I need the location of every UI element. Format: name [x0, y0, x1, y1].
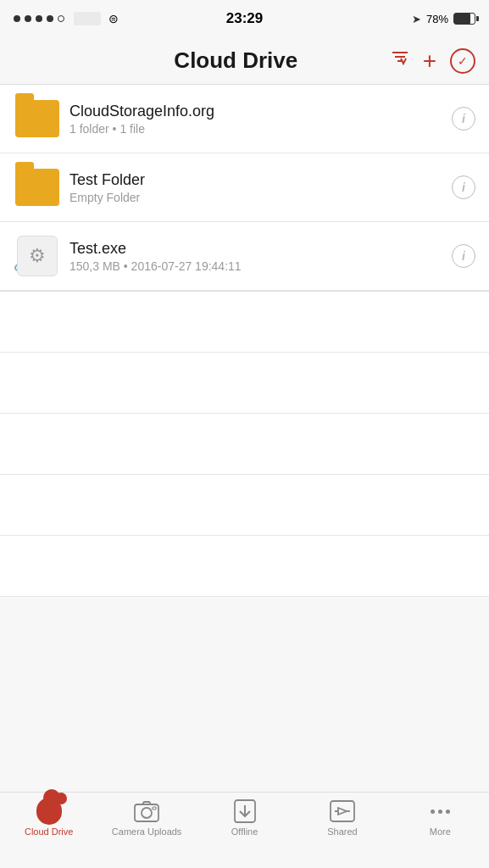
- tab-label-cloud-drive: Cloud Drive: [25, 826, 73, 837]
- sort-button[interactable]: [391, 49, 409, 72]
- dot-3: [446, 810, 450, 814]
- dot-1: [431, 810, 435, 814]
- carrier-label: [74, 12, 101, 25]
- list-item[interactable]: CloudStorageInfo.org 1 folder • 1 file i: [0, 85, 489, 153]
- empty-rows: [0, 292, 489, 597]
- empty-row: [0, 353, 489, 414]
- status-bar: ⊜ 23:29 ➤ 78%: [0, 0, 489, 37]
- file-name: Test Folder: [69, 171, 443, 189]
- folder-icon-wrap: [14, 95, 61, 142]
- tab-shared[interactable]: Shared: [293, 799, 391, 837]
- file-name: Test.exe: [69, 240, 443, 258]
- empty-row: [0, 536, 489, 597]
- header: Cloud Drive + ✓: [0, 37, 489, 85]
- file-meta: 1 folder • 1 file: [69, 122, 443, 136]
- list-item[interactable]: Test Folder Empty Folder i: [0, 153, 489, 222]
- folder-icon: [15, 100, 59, 137]
- info-button[interactable]: i: [452, 244, 475, 268]
- folder-icon-wrap: [14, 164, 61, 211]
- info-button[interactable]: i: [452, 175, 475, 199]
- tab-label-offline: Offline: [231, 826, 258, 837]
- status-left: ⊜: [14, 12, 119, 25]
- exe-thumbnail: ⚙: [17, 236, 58, 276]
- empty-row: [0, 292, 489, 353]
- battery-percent: 78%: [426, 13, 448, 25]
- battery-icon: [453, 13, 475, 25]
- signal-dot-3: [36, 15, 42, 22]
- cloud-drive-icon: [36, 799, 62, 823]
- tab-more[interactable]: More: [392, 799, 489, 837]
- gear-icon: ⚙: [29, 245, 46, 267]
- cloud-icon: [36, 798, 62, 825]
- page-title: Cloud Drive: [81, 47, 391, 74]
- select-all-button[interactable]: ✓: [450, 48, 475, 74]
- empty-row: [0, 414, 489, 475]
- dot-2: [438, 810, 442, 814]
- signal-dot-5: [58, 15, 64, 22]
- tab-bar: Cloud Drive Camera Uploads Offline: [0, 792, 489, 868]
- tab-label-more: More: [430, 826, 451, 837]
- location-icon: ➤: [412, 13, 421, 25]
- file-info: Test Folder Empty Folder: [61, 171, 452, 204]
- signal-dot-4: [47, 15, 53, 22]
- file-meta: 150,3 MB • 2016-07-27 19:44:11: [69, 259, 443, 273]
- tab-offline[interactable]: Offline: [196, 799, 293, 837]
- more-icon: [427, 799, 453, 823]
- svg-rect-7: [331, 801, 354, 821]
- wifi-icon: ⊜: [108, 12, 119, 25]
- offline-icon: [232, 799, 258, 823]
- tab-cloud-drive[interactable]: Cloud Drive: [0, 799, 97, 837]
- exe-icon-wrap: 🔗 ⚙: [14, 232, 61, 280]
- file-meta: Empty Folder: [69, 191, 443, 204]
- file-list: CloudStorageInfo.org 1 folder • 1 file i…: [0, 85, 489, 292]
- add-button[interactable]: +: [423, 49, 436, 73]
- file-info: CloudStorageInfo.org 1 folder • 1 file: [61, 103, 452, 136]
- battery-fill: [454, 14, 470, 24]
- camera-uploads-icon: [134, 799, 159, 823]
- file-name: CloudStorageInfo.org: [69, 103, 443, 120]
- svg-point-4: [142, 808, 152, 818]
- info-button[interactable]: i: [452, 107, 475, 131]
- file-info: Test.exe 150,3 MB • 2016-07-27 19:44:11: [61, 240, 452, 273]
- tab-label-camera-uploads: Camera Uploads: [112, 826, 182, 837]
- check-icon: ✓: [458, 54, 468, 68]
- svg-rect-5: [153, 807, 156, 810]
- list-item[interactable]: 🔗 ⚙ Test.exe 150,3 MB • 2016-07-27 19:44…: [0, 222, 489, 291]
- tab-label-shared: Shared: [327, 826, 357, 837]
- header-actions: + ✓: [391, 48, 475, 74]
- tab-camera-uploads[interactable]: Camera Uploads: [97, 799, 195, 837]
- empty-row: [0, 475, 489, 536]
- status-right: ➤ 78%: [412, 13, 475, 25]
- signal-dot-1: [14, 15, 20, 22]
- status-time: 23:29: [226, 10, 263, 27]
- signal-dot-2: [25, 15, 31, 22]
- more-dots: [431, 810, 450, 814]
- shared-icon: [330, 799, 355, 823]
- folder-icon: [15, 169, 59, 206]
